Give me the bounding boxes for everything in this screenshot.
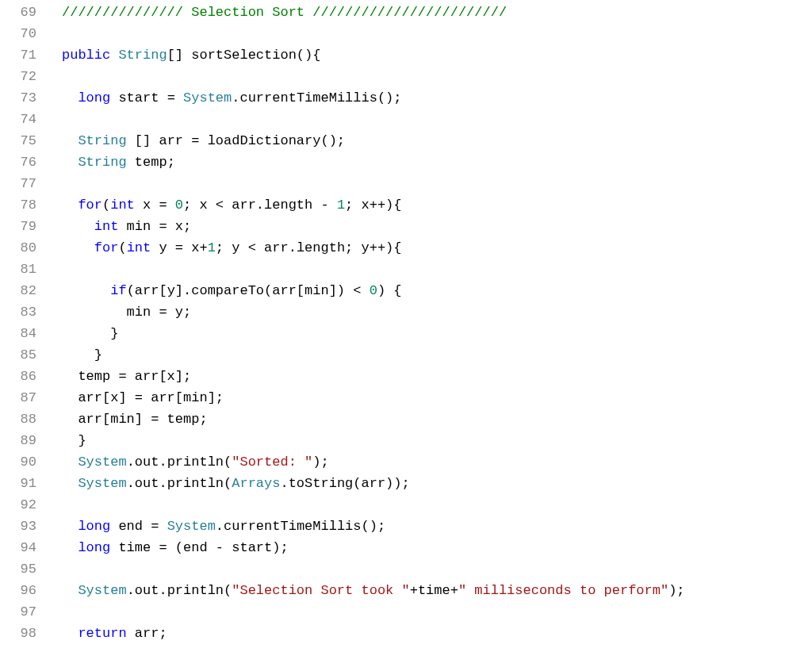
- line-number: 89: [0, 430, 36, 451]
- code-line[interactable]: [62, 494, 812, 516]
- token-keyword: for: [94, 240, 119, 255]
- code-line[interactable]: [62, 66, 812, 87]
- line-number: 83: [0, 301, 36, 323]
- line-number: 71: [0, 44, 36, 66]
- line-number: 70: [0, 23, 36, 44]
- code-line[interactable]: for(int y = x+1; y < arr.length; y++){: [62, 237, 812, 259]
- code-line[interactable]: [62, 259, 812, 280]
- token-black: (: [102, 198, 110, 213]
- token-black: ; x++){: [345, 198, 401, 213]
- token-black: .currentTimeMillis();: [216, 519, 385, 534]
- code-line[interactable]: }: [62, 430, 812, 451]
- token-black: min = y;: [62, 305, 191, 320]
- token-black: (: [118, 240, 126, 255]
- code-line[interactable]: [62, 601, 812, 623]
- code-line[interactable]: [62, 23, 812, 44]
- token-black: ) {: [377, 283, 402, 298]
- token-black: y = x+: [151, 240, 207, 255]
- line-number: 77: [0, 173, 36, 194]
- token-black: [62, 240, 94, 255]
- token-black: .toString(arr));: [280, 476, 409, 491]
- code-line[interactable]: System.out.println("Sorted: ");: [62, 451, 812, 473]
- token-keyword: int: [110, 198, 135, 213]
- token-keyword: int: [127, 240, 151, 255]
- token-class: System: [183, 90, 232, 105]
- line-number: 84: [0, 323, 36, 344]
- code-line[interactable]: String [] arr = loadDictionary();: [62, 130, 812, 151]
- token-black: [62, 198, 78, 213]
- code-line[interactable]: long time = (end - start);: [62, 537, 812, 558]
- line-number: 85: [0, 344, 36, 366]
- token-string: "Selection Sort took ": [232, 583, 409, 598]
- token-black: ; x < arr.length -: [183, 198, 337, 213]
- line-number: 98: [0, 623, 36, 644]
- code-line[interactable]: [62, 109, 812, 130]
- line-number: 73: [0, 87, 36, 109]
- code-line[interactable]: System.out.println(Arrays.toString(arr))…: [62, 473, 812, 494]
- token-black: [62, 90, 78, 105]
- token-black: );: [312, 454, 328, 470]
- token-string: "Sorted: ": [232, 454, 312, 470]
- code-line[interactable]: long end = System.currentTimeMillis();: [62, 516, 812, 537]
- token-black: [110, 48, 118, 63]
- code-line[interactable]: [62, 173, 812, 194]
- token-class: Arrays: [232, 476, 280, 491]
- code-line[interactable]: long start = System.currentTimeMillis();: [62, 87, 812, 109]
- line-number: 88: [0, 408, 36, 430]
- token-black: [62, 626, 78, 641]
- token-black: .currentTimeMillis();: [232, 90, 401, 105]
- token-black: [62, 283, 110, 298]
- code-line[interactable]: return arr;: [62, 623, 812, 644]
- token-black: [] sortSelection(){: [167, 48, 321, 63]
- code-line[interactable]: int min = x;: [62, 216, 812, 237]
- token-black: arr[x] = arr[min];: [62, 390, 224, 405]
- token-black: [62, 155, 78, 170]
- code-line[interactable]: public String[] sortSelection(){: [62, 44, 812, 66]
- code-line[interactable]: /////////////// Selection Sort /////////…: [62, 2, 812, 23]
- token-black: [62, 476, 78, 491]
- token-black: [62, 540, 78, 555]
- code-line[interactable]: if(arr[y].compareTo(arr[min]) < 0) {: [62, 280, 812, 301]
- token-black: }: [62, 433, 86, 448]
- line-number: 78: [0, 194, 36, 216]
- token-class: System: [78, 454, 126, 470]
- code-editor-area[interactable]: /////////////// Selection Sort /////////…: [46, 0, 812, 652]
- line-number: 80: [0, 237, 36, 259]
- code-line[interactable]: System.out.println("Selection Sort took …: [62, 580, 812, 601]
- token-class: System: [167, 519, 216, 534]
- token-string: " milliseconds to perform": [458, 583, 668, 598]
- token-black: [62, 454, 78, 470]
- token-black: arr[min] = temp;: [62, 412, 208, 427]
- line-number: 92: [0, 494, 36, 516]
- token-black: [62, 219, 94, 234]
- line-number: 96: [0, 580, 36, 601]
- code-line[interactable]: for(int x = 0; x < arr.length - 1; x++){: [62, 194, 812, 216]
- line-number: 74: [0, 109, 36, 130]
- token-black: }: [62, 347, 102, 362]
- line-number: 97: [0, 601, 36, 623]
- token-black: [62, 583, 78, 598]
- code-line[interactable]: arr[x] = arr[min];: [62, 387, 812, 408]
- code-line[interactable]: }: [62, 323, 812, 344]
- token-number: 1: [208, 240, 216, 255]
- token-keyword: for: [78, 198, 102, 213]
- token-black: +time+: [410, 583, 458, 598]
- token-comment: /////////////// Selection Sort /////////…: [62, 5, 507, 20]
- code-line[interactable]: temp = arr[x];: [62, 366, 812, 387]
- line-number: 81: [0, 259, 36, 280]
- token-keyword: int: [94, 219, 119, 234]
- token-black: end =: [110, 519, 167, 534]
- token-black: [] arr = loadDictionary();: [127, 133, 345, 148]
- code-line[interactable]: }: [62, 344, 812, 366]
- code-line[interactable]: String temp;: [62, 151, 812, 173]
- code-line[interactable]: arr[min] = temp;: [62, 408, 812, 430]
- code-line[interactable]: min = y;: [62, 301, 812, 323]
- token-black: [62, 133, 78, 148]
- token-black: );: [668, 583, 684, 598]
- token-keyword: long: [78, 519, 110, 534]
- line-number: 91: [0, 473, 36, 494]
- token-keyword: long: [78, 90, 110, 105]
- token-keyword: public: [62, 48, 110, 63]
- code-line[interactable]: [62, 558, 812, 580]
- token-class: System: [78, 476, 126, 491]
